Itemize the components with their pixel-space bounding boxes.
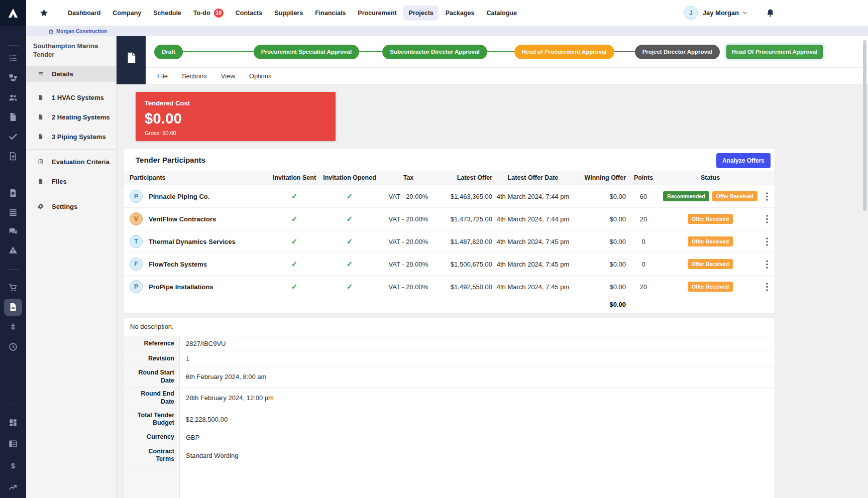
participant-row[interactable]: V VentFlow Contractors ✓ ✓ VAT - 20.00% … (124, 207, 775, 230)
tender-nav-settings[interactable]: Settings (26, 197, 116, 216)
latest-offer-cell: $1,463,365.00 (436, 193, 492, 200)
sidebar-file-upload-icon[interactable] (4, 148, 22, 165)
points-cell: 60 (626, 193, 661, 200)
status-badge: Offer Received (688, 214, 733, 224)
participants-header: Tender Participants Analyze Offers (124, 149, 775, 171)
main-nav: DashboardCompanyScheduleTo-do10ContactsS… (63, 5, 522, 22)
menu-bar: FileSectionsViewOptions (146, 67, 868, 84)
nav-item-catalogue[interactable]: Catalogue (481, 6, 521, 21)
tender-nav-2-heating-systems[interactable]: 2 Heating Systems (26, 107, 116, 127)
sidebar-cart-icon[interactable] (4, 279, 22, 296)
workflow-step-subcontractor-director-approval: Subcontractor Director Approval (382, 45, 487, 59)
row-menu-icon[interactable] (766, 215, 768, 223)
tax-cell: VAT - 20.00% (381, 215, 436, 223)
tax-cell: VAT - 20.00% (381, 261, 436, 268)
user-menu[interactable]: J Jay Morgan (684, 6, 775, 20)
svg-text:$: $ (11, 462, 15, 470)
col-header-points: Points (626, 174, 661, 181)
sidebar-sliders-icon[interactable] (4, 318, 22, 335)
workflow-step-head-of-procurement-approval: Head of Procurement Approval (514, 45, 614, 59)
breadcrumb[interactable]: Morgan Construction (26, 26, 868, 36)
detail-label: Round Start Date (124, 366, 180, 387)
check-icon: ✓ (291, 214, 298, 223)
sidebar-list-icon[interactable] (4, 50, 22, 67)
workflow-step-procurement-specialist-approval: Procurement Specialist Approval (254, 45, 359, 59)
latest-offer-date-cell: 4th March 2024, 7:45 pm (492, 238, 574, 245)
breadcrumb-company: Morgan Construction (56, 29, 107, 34)
check-icon: ✓ (291, 192, 298, 200)
tax-cell: VAT - 20.00% (381, 238, 436, 245)
sidebar-document-alt-icon[interactable] (4, 184, 22, 201)
scrollbar-thumb[interactable] (863, 40, 866, 211)
analyze-offers-button[interactable]: Analyze Offers (716, 153, 771, 168)
sidebar-trending-up-icon[interactable] (4, 478, 22, 495)
sidebar-document-icon[interactable] (4, 108, 22, 126)
sidebar-rows-icon[interactable] (4, 204, 22, 221)
participant-avatar: V (130, 212, 143, 225)
nav-item-suppliers[interactable]: Suppliers (269, 6, 308, 21)
workflow-action-highlight: Head Of Procurement Approval (724, 43, 825, 61)
participant-row[interactable]: F FlowTech Systems ✓ ✓ VAT - 20.00% $1,5… (124, 253, 775, 275)
nav-item-projects[interactable]: Projects (403, 6, 438, 21)
detail-label: Revision (124, 351, 180, 366)
participant-row[interactable]: T Thermal Dynamics Services ✓ ✓ VAT - 20… (124, 230, 775, 253)
detail-value: 28th February 2024, 12:00 pm (180, 388, 775, 408)
sidebar-chat-icon[interactable] (4, 223, 22, 240)
document-tab[interactable] (117, 36, 146, 84)
menu-file[interactable]: File (157, 72, 168, 80)
sidebar-people-icon[interactable] (4, 89, 22, 106)
participants-table-header: ParticipantsInvitation SentInvitation Op… (124, 171, 775, 185)
nav-item-procurement[interactable]: Procurement (353, 6, 401, 21)
nav-item-packages[interactable]: Packages (441, 6, 480, 21)
row-menu-icon[interactable] (766, 283, 768, 291)
detail-label: Currency (124, 430, 180, 445)
clipboard-icon (38, 158, 44, 166)
nav-item-financials[interactable]: Financials (310, 6, 351, 21)
check-icon: ✓ (347, 214, 353, 223)
participant-row[interactable]: P Pinnacle Piping Co. ✓ ✓ VAT - 20.00% $… (124, 185, 775, 207)
participant-avatar: F (130, 258, 143, 271)
nav-item-company[interactable]: Company (107, 6, 146, 21)
gear-icon (38, 202, 44, 210)
nav-item-to-do[interactable]: To-do10 (188, 5, 229, 22)
nav-item-schedule[interactable]: Schedule (148, 6, 186, 21)
sidebar-grid-icon[interactable] (4, 414, 22, 431)
sidebar-sitemap-icon[interactable] (4, 69, 22, 86)
sidebar-table-icon[interactable] (4, 435, 22, 452)
nav-item-contacts[interactable]: Contacts (231, 6, 267, 21)
sidebar-warning-icon[interactable] (4, 241, 22, 259)
head-of-procurement-approval-button[interactable]: Head Of Procurement Approval (726, 45, 823, 59)
row-menu-icon[interactable] (766, 192, 768, 201)
tender-nav-1-hvac-systems[interactable]: 1 HVAC Systems (26, 88, 116, 107)
latest-offer-cell: $1,500,675.00 (436, 261, 492, 268)
row-menu-icon[interactable] (766, 237, 768, 246)
row-menu-icon[interactable] (766, 260, 768, 269)
tender-nav-files[interactable]: Files (26, 172, 116, 191)
app-logo[interactable] (0, 0, 26, 26)
participant-row[interactable]: P ProPipe Installations ✓ ✓ VAT - 20.00%… (124, 275, 775, 298)
nav-item-dashboard[interactable]: Dashboard (63, 6, 105, 21)
sidebar-check-icon[interactable] (4, 128, 22, 145)
app-sidebar: $ (0, 26, 26, 498)
detail-value[interactable]: 1 (180, 351, 775, 366)
menu-view[interactable]: View (221, 72, 235, 80)
sidebar-dollar-icon[interactable]: $ (4, 457, 22, 474)
tender-nav-evaluation-criteria[interactable]: Evaluation Criteria (26, 152, 116, 172)
menu-options[interactable]: Options (249, 72, 272, 80)
col-header-winning-offer: Winning Offer (574, 174, 626, 181)
hamburger-icon (38, 70, 44, 78)
sidebar-divider (7, 269, 19, 270)
tender-nav-3-piping-systems[interactable]: 3 Piping Systems (26, 127, 116, 147)
status-badge: Offer Received (688, 282, 733, 292)
file-icon (38, 177, 44, 185)
tender-nav-details[interactable]: Details (26, 66, 116, 82)
sidebar-document-selected-icon[interactable] (4, 299, 22, 316)
detail-value: 2827/IBC9VU (180, 336, 775, 351)
todo-count-badge: 10 (214, 9, 224, 18)
menu-sections[interactable]: Sections (182, 72, 207, 80)
check-icon: ✓ (291, 237, 298, 245)
sidebar-clock-icon[interactable] (4, 338, 22, 355)
check-icon: ✓ (347, 237, 353, 245)
favorite-star-icon[interactable] (39, 8, 49, 18)
notifications-bell-icon[interactable] (766, 8, 775, 18)
